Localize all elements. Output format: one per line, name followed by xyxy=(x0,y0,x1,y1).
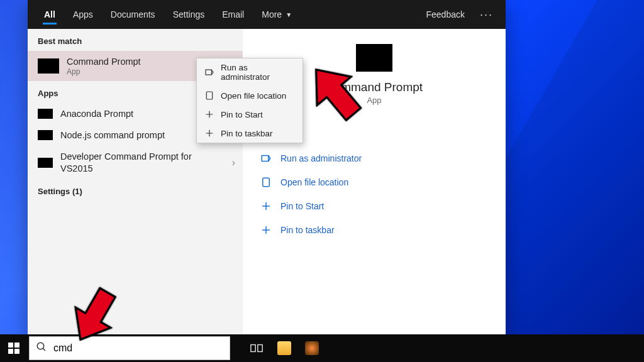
pin-icon xyxy=(260,200,272,212)
terminal-icon xyxy=(38,130,53,140)
action-pin-taskbar[interactable]: Pin to taskbar xyxy=(260,218,488,242)
svg-rect-2 xyxy=(263,178,270,187)
action-run-admin[interactable]: Run as administrator xyxy=(260,146,488,170)
pin-icon xyxy=(204,109,214,119)
chevron-down-icon: ▼ xyxy=(286,11,292,18)
start-button[interactable] xyxy=(0,334,28,362)
folder-icon xyxy=(204,90,214,101)
search-input[interactable] xyxy=(53,343,223,354)
command-prompt-icon xyxy=(356,44,392,72)
taskbar-search-box[interactable] xyxy=(29,336,230,360)
action-label: Pin to Start xyxy=(280,201,324,211)
svg-rect-7 xyxy=(251,345,255,352)
pin-icon xyxy=(260,224,272,236)
group-settings[interactable]: Settings (1) xyxy=(28,179,243,201)
action-pin-start[interactable]: Pin to Start xyxy=(260,194,488,218)
result-title: Command Prompt xyxy=(67,56,141,67)
tab-all[interactable]: All xyxy=(36,0,63,29)
shield-icon xyxy=(260,153,272,164)
ctx-pin-start[interactable]: Pin to Start xyxy=(197,105,303,124)
ctx-label: Open file location xyxy=(221,91,286,101)
app-g-icon xyxy=(305,341,319,355)
tab-documents[interactable]: Documents xyxy=(103,0,163,29)
detail-subtitle: App xyxy=(367,96,381,105)
chevron-right-icon: › xyxy=(232,157,235,168)
ctx-open-location[interactable]: Open file location xyxy=(197,86,303,105)
ctx-label: Pin to taskbar xyxy=(221,129,273,138)
group-best-match: Best match xyxy=(28,29,243,51)
tab-apps[interactable]: Apps xyxy=(65,0,101,29)
result-title: Anaconda Prompt xyxy=(60,108,133,119)
svg-line-6 xyxy=(43,348,45,351)
shield-icon xyxy=(204,67,214,77)
taskbar xyxy=(0,334,644,362)
file-explorer-icon xyxy=(277,341,291,355)
context-menu: Run as administrator Open file location … xyxy=(196,58,303,143)
result-subtitle: App xyxy=(67,67,141,76)
result-title: Node.js command prompt xyxy=(60,129,165,141)
result-dev-cmd-vs2015[interactable]: Developer Command Prompt for VS2015 › xyxy=(28,146,243,178)
svg-rect-3 xyxy=(206,70,211,75)
more-options-button[interactable]: ··· xyxy=(476,0,497,29)
result-title: Developer Command Prompt for VS2015 xyxy=(60,151,205,173)
tab-more-label: More xyxy=(262,9,282,19)
command-prompt-icon xyxy=(38,58,59,74)
svg-rect-4 xyxy=(206,92,212,99)
action-label: Run as administrator xyxy=(280,153,362,163)
tab-email[interactable]: Email xyxy=(214,0,252,29)
feedback-link[interactable]: Feedback xyxy=(423,0,469,29)
action-open-location[interactable]: Open file location xyxy=(260,170,488,194)
svg-point-5 xyxy=(37,343,44,349)
action-label: Pin to taskbar xyxy=(280,225,335,235)
search-icon xyxy=(36,341,47,355)
search-results-panel: All Apps Documents Settings Email More ▼… xyxy=(28,0,506,334)
action-label: Open file location xyxy=(280,177,348,187)
tab-settings[interactable]: Settings xyxy=(165,0,213,29)
ctx-run-admin[interactable]: Run as administrator xyxy=(197,58,303,86)
ctx-label: Pin to Start xyxy=(221,110,263,119)
search-filter-tabs: All Apps Documents Settings Email More ▼… xyxy=(28,0,506,29)
terminal-icon xyxy=(38,109,53,119)
taskbar-app-g[interactable] xyxy=(298,334,326,362)
detail-title: Command Prompt xyxy=(326,80,423,94)
ctx-pin-taskbar[interactable]: Pin to taskbar xyxy=(197,124,303,143)
svg-rect-1 xyxy=(262,156,269,162)
tab-more[interactable]: More ▼ xyxy=(254,0,299,29)
ctx-label: Run as administrator xyxy=(221,63,295,82)
taskbar-file-explorer[interactable] xyxy=(270,334,298,362)
terminal-icon xyxy=(38,158,53,168)
svg-rect-8 xyxy=(258,345,262,352)
folder-icon xyxy=(260,177,272,188)
windows-logo-icon xyxy=(8,343,19,354)
pin-icon xyxy=(204,128,214,138)
taskbar-task-view[interactable] xyxy=(243,334,270,362)
